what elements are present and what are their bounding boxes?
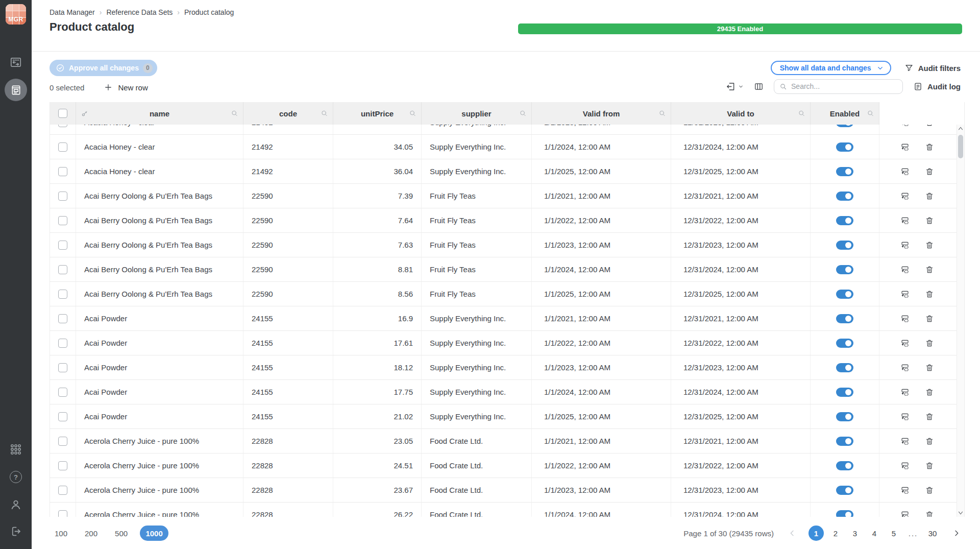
enabled-toggle[interactable] — [836, 437, 853, 446]
cell-name[interactable]: Acai Powder — [76, 404, 243, 428]
cell-unitprice[interactable]: 8.56 — [333, 282, 422, 306]
cell-unitprice[interactable]: 17.61 — [333, 331, 422, 355]
row-checkbox[interactable] — [58, 339, 67, 348]
duplicate-row-icon[interactable] — [900, 167, 910, 176]
duplicate-row-icon[interactable] — [900, 192, 910, 201]
column-search-icon[interactable] — [867, 110, 874, 117]
cell-supplier[interactable]: Supply Everything Inc. — [422, 125, 532, 134]
approve-all-changes-button[interactable]: Approve all changes 0 — [50, 60, 157, 76]
cell-unitprice[interactable]: 7.39 — [333, 184, 422, 208]
cell-name[interactable]: Acai Berry Oolong & Pu'Erh Tea Bags — [76, 208, 243, 232]
delete-row-icon[interactable] — [925, 363, 934, 372]
cell-valid-to[interactable]: 12/31/2022, 12:00 AM — [671, 331, 811, 355]
cell-name[interactable]: Acerola Cherry Juice - pure 100% — [76, 478, 243, 502]
new-row-button[interactable]: New row — [104, 83, 148, 92]
audit-filters-button[interactable]: Audit filters — [904, 63, 961, 73]
previous-page-button[interactable] — [788, 529, 796, 537]
header-unitprice[interactable]: unitPrice — [333, 102, 422, 125]
cell-code[interactable]: 24155 — [243, 380, 333, 404]
enabled-toggle[interactable] — [836, 241, 853, 250]
cell-valid-to[interactable]: 12/31/2024, 12:00 AM — [671, 380, 811, 404]
cell-code[interactable]: 21492 — [243, 135, 333, 159]
cell-name[interactable]: Acacia Honey - clear — [76, 159, 243, 183]
cell-valid-from[interactable]: 1/1/2022, 12:00 AM — [532, 208, 671, 232]
cell-code[interactable]: 24155 — [243, 306, 333, 330]
header-enabled[interactable]: Enabled — [811, 102, 879, 125]
page-size-500[interactable]: 500 — [110, 526, 133, 541]
column-search-icon[interactable] — [519, 110, 527, 117]
row-checkbox[interactable] — [58, 192, 67, 201]
row-checkbox[interactable] — [58, 486, 67, 495]
delete-row-icon[interactable] — [925, 314, 934, 323]
cell-name[interactable]: Acerola Cherry Juice - pure 100% — [76, 453, 243, 478]
cell-unitprice[interactable]: 7.64 — [333, 208, 422, 232]
delete-row-icon[interactable] — [925, 241, 934, 250]
delete-row-icon[interactable] — [925, 167, 934, 176]
cell-code[interactable]: 22590 — [243, 257, 333, 281]
vertical-scrollbar[interactable] — [957, 125, 964, 517]
cell-supplier[interactable]: Fruit Fly Teas — [422, 257, 532, 281]
sidebar-item-help[interactable]: ? — [10, 471, 22, 483]
row-checkbox[interactable] — [58, 216, 67, 225]
page-3[interactable]: 3 — [847, 526, 863, 541]
cell-valid-to[interactable]: 12/31/2025, 12:00 AM — [671, 159, 811, 183]
cell-valid-from[interactable]: 1/1/2025, 12:00 AM — [532, 159, 671, 183]
cell-unitprice[interactable]: 18.12 — [333, 355, 422, 379]
cell-unitprice[interactable]: 26.22 — [333, 503, 422, 517]
app-logo[interactable]: MGR — [6, 4, 26, 25]
column-search-icon[interactable] — [321, 110, 328, 117]
cell-supplier[interactable]: Supply Everything Inc. — [422, 306, 532, 330]
cell-unitprice[interactable]: 16.9 — [333, 306, 422, 330]
cell-code[interactable]: 21492 — [243, 125, 333, 134]
cell-unitprice[interactable]: 21.02 — [333, 404, 422, 428]
enabled-toggle[interactable] — [836, 461, 853, 470]
duplicate-row-icon[interactable] — [900, 486, 910, 495]
cell-name[interactable]: Acai Powder — [76, 355, 243, 379]
delete-row-icon[interactable] — [925, 216, 934, 225]
cell-code[interactable]: 22828 — [243, 503, 333, 517]
cell-valid-from[interactable]: 1/1/2025, 12:00 AM — [532, 404, 671, 428]
cell-code[interactable]: 22590 — [243, 208, 333, 232]
page-size-200[interactable]: 200 — [80, 526, 103, 541]
cell-valid-to[interactable]: 12/31/2023, 12:00 AM — [671, 478, 811, 502]
row-checkbox[interactable] — [58, 241, 67, 250]
scrollbar-thumb[interactable] — [958, 135, 963, 158]
cell-valid-to[interactable]: 12/31/2021, 12:00 AM — [671, 184, 811, 208]
page-size-1000[interactable]: 1000 — [140, 526, 168, 541]
breadcrumb-product-catalog[interactable]: Product catalog — [184, 8, 234, 16]
row-checkbox[interactable] — [58, 412, 67, 421]
cell-name[interactable]: Acai Powder — [76, 331, 243, 355]
cell-code[interactable]: 24155 — [243, 355, 333, 379]
cell-unitprice[interactable]: 23.05 — [333, 429, 422, 453]
sidebar-item-reference-data-sets[interactable] — [5, 79, 27, 101]
cell-valid-from[interactable]: 1/1/2023, 12:00 AM — [532, 355, 671, 379]
delete-row-icon[interactable] — [925, 125, 934, 127]
duplicate-row-icon[interactable] — [900, 412, 910, 421]
row-checkbox[interactable] — [58, 265, 67, 274]
enabled-toggle[interactable] — [836, 510, 853, 517]
cell-code[interactable]: 24155 — [243, 404, 333, 428]
cell-supplier[interactable]: Fruit Fly Teas — [422, 208, 532, 232]
cell-unitprice[interactable]: 7.63 — [333, 233, 422, 257]
header-code[interactable]: code — [243, 102, 333, 125]
duplicate-row-icon[interactable] — [900, 216, 910, 225]
column-search-icon[interactable] — [658, 110, 666, 117]
delete-row-icon[interactable] — [925, 486, 934, 495]
cell-valid-from[interactable]: 1/1/2024, 12:00 AM — [532, 380, 671, 404]
cell-code[interactable]: 22828 — [243, 478, 333, 502]
enabled-toggle[interactable] — [836, 216, 853, 225]
duplicate-row-icon[interactable] — [900, 510, 910, 517]
cell-supplier[interactable]: Food Crate Ltd. — [422, 478, 532, 502]
sidebar-item-logout[interactable] — [10, 525, 22, 538]
cell-supplier[interactable]: Fruit Fly Teas — [422, 184, 532, 208]
cell-code[interactable]: 22828 — [243, 429, 333, 453]
column-settings-button[interactable] — [754, 82, 764, 91]
table-search-box[interactable] — [774, 79, 903, 94]
enabled-toggle[interactable] — [836, 339, 853, 348]
cell-valid-to[interactable]: 12/31/2024, 12:00 AM — [671, 135, 811, 159]
column-search-icon[interactable] — [798, 110, 805, 117]
cell-valid-to[interactable]: 12/31/2022, 12:00 AM — [671, 453, 811, 478]
cell-valid-to[interactable]: 12/31/2022, 12:00 AM — [671, 208, 811, 232]
row-checkbox[interactable] — [58, 363, 67, 372]
page-size-100[interactable]: 100 — [50, 526, 72, 541]
